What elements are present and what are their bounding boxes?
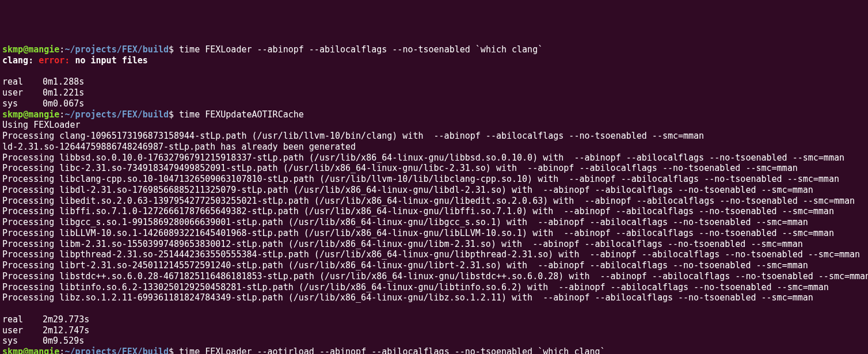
prompt-dollar: $ bbox=[169, 347, 174, 354]
processing-line: Processing libbsd.so.0.10.0-176327967912… bbox=[2, 153, 866, 163]
prompt-host: mangie bbox=[28, 109, 59, 120]
time-sys-value: 0m0.067s bbox=[43, 98, 84, 109]
processing-line: Processing clang-10965173196873158944-st… bbox=[2, 131, 866, 142]
processing-output: Processing clang-10965173196873158944-st… bbox=[2, 131, 866, 303]
processing-line: Processing libLLVM-10.so.1-1426089322164… bbox=[2, 228, 866, 239]
clang-error-1: clang: error: no input files bbox=[2, 55, 866, 66]
time-real-1: real0m1.288s bbox=[2, 77, 866, 87]
prompt-line-3: skmp@mangie:~/projects/FEX/build$ time F… bbox=[2, 347, 866, 354]
command-2: time FEXUpdateAOTIRCache bbox=[174, 109, 304, 120]
prompt-path: ~/projects/FEX/build bbox=[64, 109, 169, 120]
prompt-at: @ bbox=[23, 347, 28, 354]
prompt-path: ~/projects/FEX/build bbox=[64, 347, 169, 354]
time-user-value: 0m1.221s bbox=[43, 87, 84, 98]
prompt-host: mangie bbox=[28, 347, 59, 354]
prompt-dollar: $ bbox=[169, 44, 174, 55]
prompt-at: @ bbox=[23, 109, 28, 120]
time-sys-2: sys0m9.529s bbox=[2, 336, 866, 347]
processing-line: Processing libpthread-2.31.so-2514442363… bbox=[2, 249, 866, 260]
processing-line: Processing libgcc_s.so.1-991586928006663… bbox=[2, 217, 866, 228]
processing-line: Processing libtinfo.so.6.2-1330250129250… bbox=[2, 282, 866, 293]
prompt-line-1: skmp@mangie:~/projects/FEX/build$ time F… bbox=[2, 44, 866, 55]
processing-line: Processing libz.so.1.2.11-69936118182478… bbox=[2, 292, 866, 303]
error-label: error: bbox=[39, 55, 70, 66]
prompt-host: mangie bbox=[28, 44, 59, 55]
processing-line: ld-2.31.so-12644759886748246987-stLp.pat… bbox=[2, 142, 866, 153]
processing-line: Processing libstdc++.so.6.0.28-467182511… bbox=[2, 271, 866, 282]
prompt-path: ~/projects/FEX/build bbox=[64, 44, 169, 55]
prompt-user: skmp bbox=[2, 109, 23, 120]
time-real-label: real bbox=[2, 314, 43, 325]
time-user-value: 2m12.747s bbox=[43, 325, 89, 336]
blank-line bbox=[2, 303, 866, 314]
time-user-2: user2m12.747s bbox=[2, 325, 866, 336]
time-real-2: real2m29.773s bbox=[2, 314, 866, 325]
processing-line: Processing libc-2.31.so-7349183479499852… bbox=[2, 163, 866, 174]
processing-line: Processing libclang-cpp.so.10-1047132650… bbox=[2, 174, 866, 185]
terminal-output[interactable]: skmp@mangie:~/projects/FEX/build$ time F… bbox=[2, 44, 866, 354]
processing-line: Processing librt-2.31.so-245011214557259… bbox=[2, 260, 866, 271]
command-3: time FEXLoader --aotirload --abinopf --a… bbox=[174, 347, 606, 354]
time-real-label: real bbox=[2, 77, 43, 87]
time-sys-label: sys bbox=[2, 98, 43, 109]
prompt-user: skmp bbox=[2, 347, 23, 354]
time-user-label: user bbox=[2, 325, 43, 336]
time-sys-1: sys0m0.067s bbox=[2, 98, 866, 109]
prompt-user: skmp bbox=[2, 44, 23, 55]
processing-line: Processing libm-2.31.so-1550399748965383… bbox=[2, 239, 866, 250]
time-real-value: 0m1.288s bbox=[43, 77, 84, 87]
time-user-label: user bbox=[2, 87, 43, 98]
error-msg: no input files bbox=[70, 55, 147, 66]
prompt-dollar: $ bbox=[169, 109, 174, 120]
clang-prefix: clang: bbox=[2, 55, 39, 66]
processing-line: Processing libedit.so.2.0.63-13979542772… bbox=[2, 196, 866, 207]
command-1: time FEXLoader --abinopf --abilocalflags… bbox=[174, 44, 543, 55]
time-real-value: 2m29.773s bbox=[43, 314, 89, 325]
using-line: Using FEXLoader bbox=[2, 120, 866, 131]
processing-line: Processing libdl-2.31.so-176985668852113… bbox=[2, 185, 866, 196]
blank-line bbox=[2, 66, 866, 77]
time-sys-value: 0m9.529s bbox=[43, 336, 84, 346]
prompt-line-2: skmp@mangie:~/projects/FEX/build$ time F… bbox=[2, 109, 866, 120]
time-user-1: user0m1.221s bbox=[2, 87, 866, 98]
prompt-at: @ bbox=[23, 44, 28, 55]
time-sys-label: sys bbox=[2, 336, 43, 347]
processing-line: Processing libffi.so.7.1.0-1272666178766… bbox=[2, 206, 866, 217]
